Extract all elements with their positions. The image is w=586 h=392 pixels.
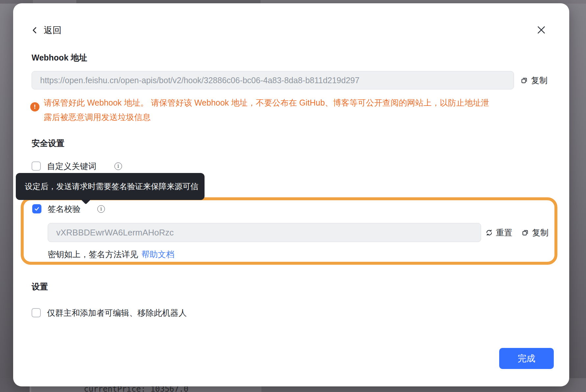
signature-tooltip-text: 设定后，发送请求时需要签名验证来保障来源可信 bbox=[25, 181, 198, 192]
signature-highlight-box: 签名校验 i 重置 bbox=[21, 197, 557, 265]
webhook-warning-text: 请保管好此 Webhook 地址。 请保管好该 Webhook 地址，不要公布在… bbox=[44, 95, 492, 124]
info-icon[interactable]: i bbox=[114, 162, 122, 170]
reset-key-button[interactable]: 重置 bbox=[485, 227, 512, 238]
warning-icon: ! bbox=[30, 102, 39, 111]
webhook-settings-dialog: 返回 Webhook 地址 复制 ! 请保管好此 Webhook 地址。 请保管… bbox=[13, 3, 569, 386]
signature-hint-text: 密钥如上，签名方法详见 bbox=[48, 250, 138, 259]
info-icon[interactable]: i bbox=[97, 205, 105, 213]
signature-tooltip: 设定后，发送请求时需要签名验证来保障来源可信 bbox=[16, 173, 205, 200]
copy-icon bbox=[522, 229, 529, 236]
signature-label: 签名校验 bbox=[48, 204, 81, 214]
signature-key-input[interactable] bbox=[48, 223, 481, 242]
owner-only-checkbox[interactable] bbox=[32, 308, 41, 317]
webhook-url-input[interactable] bbox=[32, 71, 514, 89]
custom-keyword-row: 自定义关键词 i bbox=[32, 161, 122, 171]
help-doc-link[interactable]: 帮助文档 bbox=[141, 250, 174, 259]
copy-webhook-button[interactable]: 复制 bbox=[521, 75, 548, 86]
webhook-url-label: Webhook 地址 bbox=[32, 53, 87, 62]
copy-icon bbox=[521, 77, 528, 84]
security-section-title: 安全设置 bbox=[32, 138, 64, 148]
back-label: 返回 bbox=[44, 24, 61, 36]
webhook-warning: ! 请保管好此 Webhook 地址。 请保管好该 Webhook 地址，不要公… bbox=[30, 95, 497, 124]
copy-key-button[interactable]: 复制 bbox=[522, 227, 549, 238]
reset-key-label: 重置 bbox=[496, 227, 512, 238]
close-button[interactable] bbox=[534, 23, 548, 37]
custom-keyword-checkbox[interactable] bbox=[32, 161, 41, 171]
close-icon bbox=[536, 24, 547, 36]
chevron-left-icon bbox=[31, 26, 39, 34]
done-button[interactable]: 完成 bbox=[499, 348, 554, 369]
settings-section-title: 设置 bbox=[32, 282, 48, 291]
reset-icon bbox=[485, 229, 493, 236]
signature-hint: 密钥如上，签名方法详见帮助文档 bbox=[48, 249, 174, 260]
signature-checkbox[interactable] bbox=[32, 204, 41, 213]
done-label: 完成 bbox=[518, 353, 535, 364]
owner-only-label: 仅群主和添加者可编辑、移除此机器人 bbox=[47, 307, 187, 318]
copy-key-label: 复制 bbox=[532, 227, 549, 238]
signature-row: 签名校验 i bbox=[32, 204, 105, 214]
owner-only-row: 仅群主和添加者可编辑、移除此机器人 bbox=[32, 308, 187, 318]
copy-webhook-label: 复制 bbox=[531, 75, 548, 86]
custom-keyword-label: 自定义关键词 bbox=[47, 161, 96, 172]
back-button[interactable]: 返回 bbox=[31, 24, 61, 36]
